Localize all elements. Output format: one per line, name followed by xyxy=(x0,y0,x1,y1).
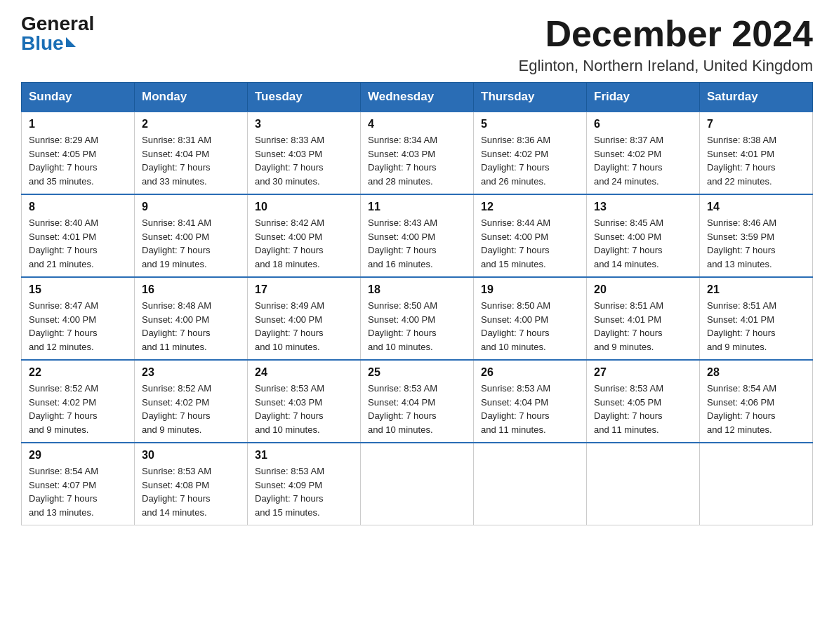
table-row: 6 Sunrise: 8:37 AMSunset: 4:02 PMDayligh… xyxy=(587,112,700,194)
table-row xyxy=(587,443,700,525)
day-number: 2 xyxy=(142,118,240,130)
day-number: 17 xyxy=(255,283,353,296)
day-number: 10 xyxy=(255,201,353,213)
day-number: 8 xyxy=(29,201,127,213)
table-row: 16 Sunrise: 8:48 AMSunset: 4:00 PMDaylig… xyxy=(135,277,248,360)
table-row: 26 Sunrise: 8:53 AMSunset: 4:04 PMDaylig… xyxy=(474,360,587,443)
table-row: 5 Sunrise: 8:36 AMSunset: 4:02 PMDayligh… xyxy=(474,112,587,194)
day-number: 23 xyxy=(142,366,240,379)
day-number: 12 xyxy=(481,201,579,213)
calendar-header-row: Sunday Monday Tuesday Wednesday Thursday… xyxy=(22,83,813,112)
day-info: Sunrise: 8:45 AMSunset: 4:00 PMDaylight:… xyxy=(594,217,663,269)
table-row xyxy=(700,443,813,525)
col-tuesday: Tuesday xyxy=(248,83,361,112)
day-info: Sunrise: 8:36 AMSunset: 4:02 PMDaylight:… xyxy=(481,135,550,187)
day-info: Sunrise: 8:54 AMSunset: 4:07 PMDaylight:… xyxy=(29,466,98,518)
logo: General Blue xyxy=(21,14,94,53)
day-info: Sunrise: 8:54 AMSunset: 4:06 PMDaylight:… xyxy=(707,383,776,435)
page-header: General Blue December 2024 Eglinton, Nor… xyxy=(21,14,813,75)
day-info: Sunrise: 8:50 AMSunset: 4:00 PMDaylight:… xyxy=(481,300,550,352)
table-row xyxy=(474,443,587,525)
day-info: Sunrise: 8:52 AMSunset: 4:02 PMDaylight:… xyxy=(29,383,98,435)
table-row: 18 Sunrise: 8:50 AMSunset: 4:00 PMDaylig… xyxy=(361,277,474,360)
table-row: 1 Sunrise: 8:29 AMSunset: 4:05 PMDayligh… xyxy=(22,112,135,194)
day-info: Sunrise: 8:51 AMSunset: 4:01 PMDaylight:… xyxy=(594,300,663,352)
day-number: 22 xyxy=(29,366,127,379)
day-info: Sunrise: 8:31 AMSunset: 4:04 PMDaylight:… xyxy=(142,135,211,187)
day-number: 3 xyxy=(255,118,353,130)
month-title: December 2024 xyxy=(519,14,813,54)
day-number: 1 xyxy=(29,118,127,130)
day-number: 27 xyxy=(594,366,692,379)
day-info: Sunrise: 8:53 AMSunset: 4:09 PMDaylight:… xyxy=(255,466,324,518)
day-info: Sunrise: 8:53 AMSunset: 4:03 PMDaylight:… xyxy=(255,383,324,435)
table-row: 14 Sunrise: 8:46 AMSunset: 3:59 PMDaylig… xyxy=(700,194,813,277)
day-number: 24 xyxy=(255,366,353,379)
day-info: Sunrise: 8:44 AMSunset: 4:00 PMDaylight:… xyxy=(481,217,550,269)
day-number: 9 xyxy=(142,201,240,213)
logo-blue-text: Blue xyxy=(21,34,64,53)
table-row: 8 Sunrise: 8:40 AMSunset: 4:01 PMDayligh… xyxy=(22,194,135,277)
col-saturday: Saturday xyxy=(700,83,813,112)
table-row: 19 Sunrise: 8:50 AMSunset: 4:00 PMDaylig… xyxy=(474,277,587,360)
table-row: 22 Sunrise: 8:52 AMSunset: 4:02 PMDaylig… xyxy=(22,360,135,443)
day-info: Sunrise: 8:53 AMSunset: 4:04 PMDaylight:… xyxy=(368,383,437,435)
day-number: 13 xyxy=(594,201,692,213)
table-row: 13 Sunrise: 8:45 AMSunset: 4:00 PMDaylig… xyxy=(587,194,700,277)
day-number: 25 xyxy=(368,366,466,379)
week-row-5: 29 Sunrise: 8:54 AMSunset: 4:07 PMDaylig… xyxy=(22,443,813,525)
table-row: 17 Sunrise: 8:49 AMSunset: 4:00 PMDaylig… xyxy=(248,277,361,360)
table-row: 7 Sunrise: 8:38 AMSunset: 4:01 PMDayligh… xyxy=(700,112,813,194)
week-row-3: 15 Sunrise: 8:47 AMSunset: 4:00 PMDaylig… xyxy=(22,277,813,360)
day-info: Sunrise: 8:33 AMSunset: 4:03 PMDaylight:… xyxy=(255,135,324,187)
table-row: 9 Sunrise: 8:41 AMSunset: 4:00 PMDayligh… xyxy=(135,194,248,277)
table-row: 31 Sunrise: 8:53 AMSunset: 4:09 PMDaylig… xyxy=(248,443,361,525)
col-thursday: Thursday xyxy=(474,83,587,112)
table-row: 25 Sunrise: 8:53 AMSunset: 4:04 PMDaylig… xyxy=(361,360,474,443)
day-info: Sunrise: 8:42 AMSunset: 4:00 PMDaylight:… xyxy=(255,217,324,269)
day-number: 26 xyxy=(481,366,579,379)
logo-arrow-icon xyxy=(66,37,76,47)
calendar-table: Sunday Monday Tuesday Wednesday Thursday… xyxy=(21,82,813,525)
day-info: Sunrise: 8:40 AMSunset: 4:01 PMDaylight:… xyxy=(29,217,98,269)
col-wednesday: Wednesday xyxy=(361,83,474,112)
week-row-1: 1 Sunrise: 8:29 AMSunset: 4:05 PMDayligh… xyxy=(22,112,813,194)
day-number: 31 xyxy=(255,449,353,462)
day-number: 5 xyxy=(481,118,579,130)
header-right: December 2024 Eglinton, Northern Ireland… xyxy=(519,14,813,75)
day-number: 28 xyxy=(707,366,805,379)
day-number: 16 xyxy=(142,283,240,296)
day-number: 11 xyxy=(368,201,466,213)
day-info: Sunrise: 8:53 AMSunset: 4:04 PMDaylight:… xyxy=(481,383,550,435)
day-number: 7 xyxy=(707,118,805,130)
table-row: 30 Sunrise: 8:53 AMSunset: 4:08 PMDaylig… xyxy=(135,443,248,525)
location-text: Eglinton, Northern Ireland, United Kingd… xyxy=(519,57,813,75)
table-row: 23 Sunrise: 8:52 AMSunset: 4:02 PMDaylig… xyxy=(135,360,248,443)
day-info: Sunrise: 8:29 AMSunset: 4:05 PMDaylight:… xyxy=(29,135,98,187)
day-info: Sunrise: 8:53 AMSunset: 4:05 PMDaylight:… xyxy=(594,383,663,435)
table-row: 3 Sunrise: 8:33 AMSunset: 4:03 PMDayligh… xyxy=(248,112,361,194)
day-info: Sunrise: 8:48 AMSunset: 4:00 PMDaylight:… xyxy=(142,300,211,352)
day-number: 6 xyxy=(594,118,692,130)
table-row xyxy=(361,443,474,525)
day-info: Sunrise: 8:43 AMSunset: 4:00 PMDaylight:… xyxy=(368,217,437,269)
day-info: Sunrise: 8:52 AMSunset: 4:02 PMDaylight:… xyxy=(142,383,211,435)
week-row-4: 22 Sunrise: 8:52 AMSunset: 4:02 PMDaylig… xyxy=(22,360,813,443)
day-info: Sunrise: 8:49 AMSunset: 4:00 PMDaylight:… xyxy=(255,300,324,352)
table-row: 27 Sunrise: 8:53 AMSunset: 4:05 PMDaylig… xyxy=(587,360,700,443)
day-number: 29 xyxy=(29,449,127,462)
table-row: 15 Sunrise: 8:47 AMSunset: 4:00 PMDaylig… xyxy=(22,277,135,360)
table-row: 4 Sunrise: 8:34 AMSunset: 4:03 PMDayligh… xyxy=(361,112,474,194)
table-row: 10 Sunrise: 8:42 AMSunset: 4:00 PMDaylig… xyxy=(248,194,361,277)
day-info: Sunrise: 8:41 AMSunset: 4:00 PMDaylight:… xyxy=(142,217,211,269)
table-row: 28 Sunrise: 8:54 AMSunset: 4:06 PMDaylig… xyxy=(700,360,813,443)
table-row: 12 Sunrise: 8:44 AMSunset: 4:00 PMDaylig… xyxy=(474,194,587,277)
day-info: Sunrise: 8:46 AMSunset: 3:59 PMDaylight:… xyxy=(707,217,776,269)
day-info: Sunrise: 8:34 AMSunset: 4:03 PMDaylight:… xyxy=(368,135,437,187)
day-number: 21 xyxy=(707,283,805,296)
day-number: 14 xyxy=(707,201,805,213)
table-row: 11 Sunrise: 8:43 AMSunset: 4:00 PMDaylig… xyxy=(361,194,474,277)
day-number: 20 xyxy=(594,283,692,296)
col-sunday: Sunday xyxy=(22,83,135,112)
day-info: Sunrise: 8:50 AMSunset: 4:00 PMDaylight:… xyxy=(368,300,437,352)
